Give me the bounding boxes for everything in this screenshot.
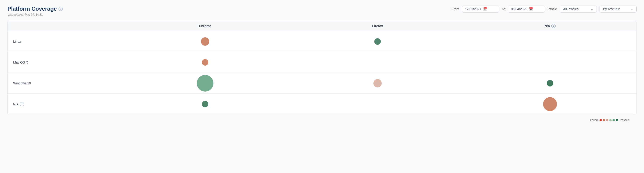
profile-chevron-icon: ⌄ [590, 7, 593, 11]
from-date-input[interactable]: 12/01/2021 📅 [462, 6, 499, 13]
row-label-windows-10: Windows 10 [8, 81, 119, 85]
bubble-chrome[interactable] [202, 59, 208, 66]
cell-chrome [119, 37, 291, 46]
bubble-chrome[interactable] [201, 37, 209, 46]
legend-dot [612, 119, 615, 121]
grouping-selected: By Test Run [603, 7, 620, 11]
from-label: From [452, 7, 459, 11]
col-header-platform [8, 24, 119, 28]
title-info-icon[interactable]: i [58, 7, 63, 11]
bubble-chrome[interactable] [202, 101, 208, 107]
header: Platform Coverage i Last updated: May 04… [8, 6, 636, 16]
legend-dot [603, 119, 605, 121]
to-date-value: 05/04/2022 [511, 7, 527, 11]
page: Platform Coverage i Last updated: May 04… [0, 0, 644, 173]
bubble-na[interactable] [547, 80, 553, 87]
bubble-chrome[interactable] [197, 75, 214, 92]
table-row: Linux [8, 31, 636, 52]
cell-chrome [119, 59, 291, 66]
bubble-firefox[interactable] [374, 38, 381, 45]
from-date-value: 12/01/2021 [465, 7, 481, 11]
title-block: Platform Coverage i Last updated: May 04… [8, 6, 63, 16]
legend-dot [606, 119, 608, 121]
legend-dot [600, 119, 602, 121]
coverage-table: Chrome Firefox N/A i LinuxMac OS XWindow… [8, 21, 636, 115]
row-label-n/a: N/Ai [8, 102, 119, 106]
table-row: Mac OS X [8, 52, 636, 73]
na-col-info-icon[interactable]: i [552, 24, 556, 28]
col-header-chrome: Chrome [119, 24, 291, 28]
profile-selected: All Profiles [563, 7, 578, 11]
to-date-input[interactable]: 05/04/2022 📅 [508, 6, 545, 13]
row-label-linux: Linux [8, 40, 119, 43]
cell-chrome [119, 101, 291, 107]
cell-firefox [291, 79, 464, 87]
profile-dropdown[interactable]: All Profiles ⌄ [560, 6, 597, 13]
bubble-firefox[interactable] [374, 79, 382, 87]
legend-dot [609, 119, 612, 121]
controls: From 12/01/2021 📅 To 05/04/2022 📅 Profil… [452, 6, 636, 13]
title-text: Platform Coverage [8, 6, 57, 12]
cell-na [464, 80, 636, 87]
col-header-firefox: Firefox [291, 24, 464, 28]
cell-chrome [119, 75, 291, 92]
grouping-dropdown[interactable]: By Test Run ⌄ [600, 6, 636, 13]
to-label: To [502, 7, 505, 11]
table-body: LinuxMac OS XWindows 10N/Ai [8, 31, 636, 115]
cell-na [464, 97, 636, 111]
page-title: Platform Coverage i [8, 6, 63, 12]
legend: Failed Passed [8, 115, 636, 124]
col-header-na: N/A i [464, 24, 636, 28]
table-row: Windows 10 [8, 73, 636, 94]
row-info-icon[interactable]: i [20, 102, 24, 106]
last-updated: Last updated: May 04, 14:31 [8, 13, 63, 16]
cell-firefox [291, 38, 464, 45]
row-label-mac-os-x: Mac OS X [8, 61, 119, 64]
table-header: Chrome Firefox N/A i [8, 21, 636, 31]
from-calendar-icon: 📅 [483, 7, 487, 11]
profile-label: Profile [548, 7, 557, 11]
bubble-na[interactable] [543, 97, 557, 111]
legend-dot [616, 119, 618, 121]
table-row: N/Ai [8, 94, 636, 115]
passed-label: Passed [620, 118, 629, 122]
legend-dots [600, 119, 618, 121]
grouping-chevron-icon: ⌄ [630, 7, 633, 11]
failed-label: Failed [590, 118, 598, 122]
to-calendar-icon: 📅 [529, 7, 533, 11]
